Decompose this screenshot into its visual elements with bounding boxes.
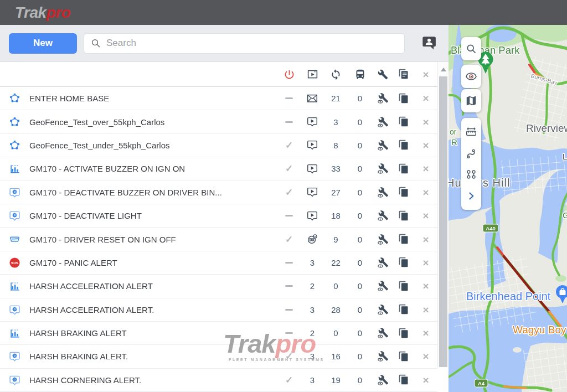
media-cell[interactable] xyxy=(301,163,324,175)
table-row[interactable]: GeoFence_Test_under_55kph_Carlos ✓ 8 0 × xyxy=(0,134,437,157)
table-row[interactable]: HARSH BRAKING ALERT 2 0 0 × xyxy=(0,322,437,345)
sync-column-icon[interactable] xyxy=(324,69,348,80)
measure-ruler-button[interactable] xyxy=(461,122,481,142)
scroll-up-button[interactable] xyxy=(438,64,449,74)
delete-button[interactable]: × xyxy=(414,328,437,338)
duplicate-button[interactable] xyxy=(393,374,414,385)
copy-column-icon[interactable] xyxy=(393,69,414,80)
delete-button[interactable]: × xyxy=(414,163,437,174)
waypoints-button[interactable] xyxy=(461,164,481,184)
table-row[interactable]: GM170 - DEACTIVATE LIGHT 18 0 × xyxy=(0,204,437,228)
delete-button[interactable]: × xyxy=(414,234,437,245)
media-cell[interactable]: 3 xyxy=(301,352,324,361)
media-cell[interactable]: 3 xyxy=(301,258,324,267)
settings-view-button[interactable] xyxy=(372,140,393,151)
settings-view-button[interactable] xyxy=(372,350,393,362)
route-button[interactable] xyxy=(461,143,481,163)
status-toggle[interactable]: ✓ xyxy=(277,163,301,174)
duplicate-button[interactable] xyxy=(393,328,414,339)
status-toggle[interactable]: ✓ xyxy=(277,234,301,245)
delete-button[interactable]: × xyxy=(414,117,437,127)
table-row[interactable]: HARSH BRAKING ALERT. ✓ 3 16 0 × xyxy=(0,345,437,368)
search-field[interactable] xyxy=(84,33,405,54)
settings-view-button[interactable] xyxy=(372,234,393,245)
status-toggle[interactable] xyxy=(277,97,301,99)
media-cell[interactable] xyxy=(301,92,324,105)
table-row[interactable]: SOS GM170 - PANIC ALERT 3 22 0 × xyxy=(0,251,437,275)
scrollbar-thumb[interactable] xyxy=(439,76,447,367)
duplicate-button[interactable] xyxy=(393,163,414,174)
media-cell[interactable] xyxy=(301,139,324,151)
settings-view-button[interactable] xyxy=(372,187,393,198)
delete-button[interactable]: × xyxy=(414,187,437,198)
play-window-column-icon[interactable] xyxy=(301,69,324,80)
duplicate-button[interactable] xyxy=(393,257,414,268)
status-toggle[interactable] xyxy=(277,285,301,287)
close-column-icon[interactable]: × xyxy=(414,69,437,80)
status-toggle[interactable] xyxy=(277,262,301,264)
media-cell[interactable] xyxy=(301,210,324,222)
settings-view-button[interactable] xyxy=(372,163,393,174)
new-button[interactable]: New xyxy=(9,33,77,54)
settings-view-button[interactable] xyxy=(372,304,393,316)
media-cell[interactable]: 2 xyxy=(301,281,324,291)
status-toggle[interactable] xyxy=(277,215,301,216)
map-search-button[interactable] xyxy=(461,37,481,60)
settings-view-button[interactable] xyxy=(372,327,393,339)
wrench-column-icon[interactable] xyxy=(372,69,393,80)
duplicate-button[interactable] xyxy=(393,140,414,151)
duplicate-button[interactable] xyxy=(393,116,414,127)
map-panel[interactable]: Blackman Park Burns-Bay or R ve Rivervie… xyxy=(449,25,567,392)
duplicate-button[interactable] xyxy=(393,351,414,362)
settings-view-button[interactable] xyxy=(372,92,393,104)
status-toggle[interactable]: ✓ xyxy=(277,374,301,386)
status-toggle[interactable] xyxy=(277,309,301,311)
settings-view-button[interactable] xyxy=(372,116,393,128)
expand-chevron-button[interactable] xyxy=(461,186,481,206)
table-row[interactable]: HARSH ACCELERATION ALERT 2 0 0 × xyxy=(0,275,437,298)
duplicate-button[interactable] xyxy=(393,304,414,315)
media-cell[interactable]: 3 xyxy=(301,305,324,314)
delete-button[interactable]: × xyxy=(414,93,437,104)
duplicate-button[interactable] xyxy=(393,187,414,198)
settings-view-button[interactable] xyxy=(372,280,393,292)
table-scrollbar[interactable] xyxy=(437,62,449,367)
delete-button[interactable]: × xyxy=(414,140,437,151)
search-input[interactable] xyxy=(106,38,404,49)
power-column-icon[interactable] xyxy=(277,69,301,80)
map-layers-button[interactable] xyxy=(461,89,481,112)
media-cell[interactable] xyxy=(301,186,324,198)
settings-view-button[interactable] xyxy=(372,257,393,269)
delete-button[interactable]: × xyxy=(414,281,437,291)
delete-button[interactable]: × xyxy=(414,351,437,362)
settings-view-button[interactable] xyxy=(372,374,393,386)
media-cell[interactable] xyxy=(301,116,324,128)
delete-button[interactable]: × xyxy=(414,210,437,221)
media-cell[interactable]: 2 xyxy=(301,328,324,338)
map-visibility-button[interactable] xyxy=(461,65,481,88)
media-cell[interactable]: 3 xyxy=(301,375,324,385)
table-row[interactable]: GM170 - DEACTIVATE BUZZER ON DRIVER BIN.… xyxy=(0,181,437,204)
status-toggle[interactable] xyxy=(277,332,301,334)
status-toggle[interactable]: ✓ xyxy=(277,350,301,362)
table-row[interactable]: GM170 - DRIVER RESET ON IGN OFF ✓ 9 0 × xyxy=(0,228,437,251)
table-row[interactable]: HARSH ACCELERATION ALERT. 3 28 0 × xyxy=(0,298,437,322)
duplicate-button[interactable] xyxy=(393,93,414,104)
table-row[interactable]: HARSH CORNERING ALERT. ✓ 3 19 0 × xyxy=(0,369,437,392)
status-toggle[interactable]: ✓ xyxy=(277,187,301,198)
media-cell[interactable] xyxy=(301,233,324,245)
table-row[interactable]: GM170 - ACTIVATE BUZZER ON IGN ON ✓ 33 0… xyxy=(0,157,437,180)
delete-button[interactable]: × xyxy=(414,257,437,268)
delete-button[interactable]: × xyxy=(414,305,437,315)
contact-person-button[interactable] xyxy=(420,34,439,53)
delete-button[interactable]: × xyxy=(414,375,437,385)
settings-view-button[interactable] xyxy=(372,210,393,221)
vehicle-column-icon[interactable] xyxy=(348,69,372,80)
duplicate-button[interactable] xyxy=(393,281,414,292)
status-toggle[interactable] xyxy=(277,121,301,123)
status-toggle[interactable]: ✓ xyxy=(277,140,301,151)
duplicate-button[interactable] xyxy=(393,210,414,221)
table-row[interactable]: GeoFence_Test_over_55kph_Carlos 3 0 × xyxy=(0,110,437,133)
duplicate-button[interactable] xyxy=(393,234,414,245)
table-row[interactable]: ENTER HOME BASE 21 0 × xyxy=(0,87,437,110)
